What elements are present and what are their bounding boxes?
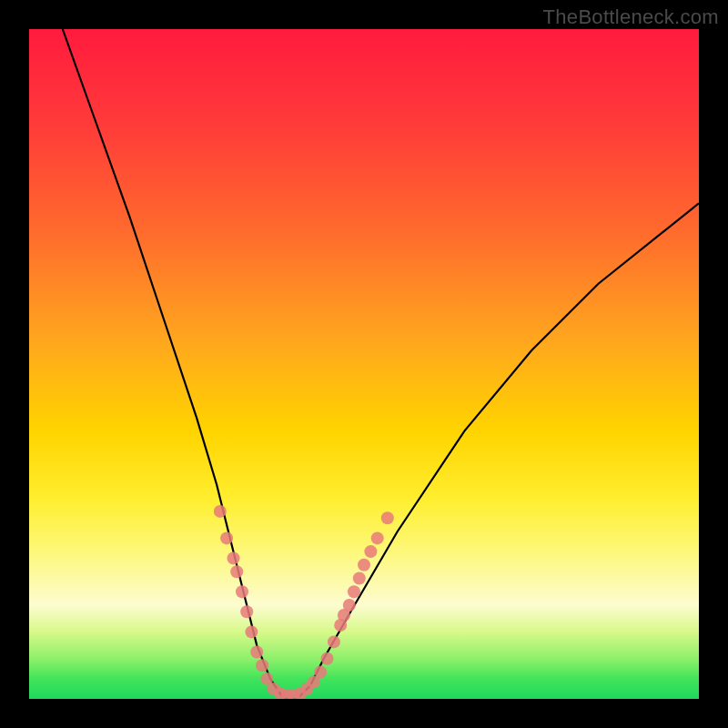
curve-marker — [321, 652, 334, 665]
curve-marker — [214, 505, 227, 518]
bottleneck-curve — [63, 29, 699, 699]
curve-marker — [314, 666, 327, 679]
curve-marker — [358, 559, 370, 571]
chart-frame: TheBottleneck.com — [0, 0, 728, 728]
curve-marker — [371, 531, 384, 544]
curve-marker — [381, 511, 394, 524]
curve-marker — [256, 659, 268, 672]
curve-marker — [245, 625, 258, 638]
chart-plot-area — [29, 29, 699, 699]
chart-svg — [29, 29, 699, 699]
curve-marker — [353, 572, 366, 585]
curve-marker — [328, 635, 340, 648]
curve-markers — [214, 505, 394, 699]
curve-marker — [364, 545, 377, 558]
curve-marker — [220, 531, 233, 544]
watermark-text: TheBottleneck.com — [543, 5, 719, 29]
curve-marker — [230, 565, 243, 578]
curve-marker — [228, 551, 240, 564]
curve-marker — [343, 599, 356, 612]
curve-marker — [236, 585, 248, 598]
curve-marker — [250, 646, 263, 659]
curve-marker — [348, 585, 360, 598]
curve-marker — [240, 605, 253, 618]
